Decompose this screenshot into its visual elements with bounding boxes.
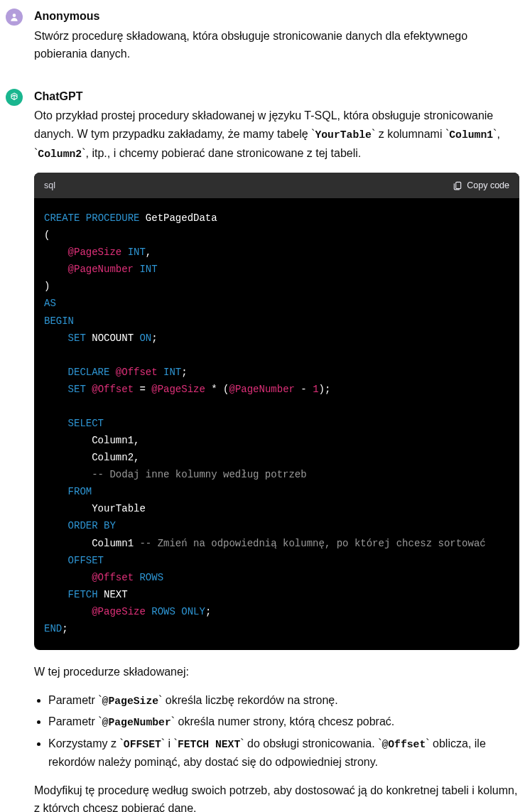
inline-code-table: YourTable [315, 129, 372, 141]
user-avatar [6, 9, 23, 26]
user-author: Anonymous [34, 7, 519, 26]
user-message: Anonymous Stwórz procedurę składowaną, k… [0, 6, 525, 86]
user-content: Anonymous Stwórz procedurę składowaną, k… [34, 7, 519, 73]
inline-code: @Offset [381, 739, 426, 750]
inline-code: @PageNumber [102, 717, 171, 728]
assistant-message: ChatGPT Oto przykład prostej procedury s… [0, 86, 525, 812]
user-prompt: Stwórz procedurę składowaną, która obsłu… [34, 27, 519, 63]
inline-code: FETCH NEXT [178, 739, 240, 750]
clipboard-icon [453, 180, 462, 190]
bullet-list: Parametr `@PageSize` określa liczbę reko… [34, 691, 519, 772]
inline-code: OFFSET [124, 739, 161, 750]
assistant-intro: Oto przykład prostej procedury składowan… [34, 107, 519, 163]
code-header: sql Copy code [34, 173, 519, 198]
intro-text: , itp., i chcemy pobierać dane stronicow… [86, 147, 362, 159]
bullet-item: Korzystamy z `OFFSET` i `FETCH NEXT` do … [48, 735, 519, 772]
code-content[interactable]: CREATE PROCEDURE GetPagedData ( @PageSiz… [34, 198, 519, 650]
inline-code: @PageSize [102, 695, 159, 707]
person-icon [9, 12, 19, 22]
assistant-avatar [6, 89, 23, 106]
svg-rect-1 [456, 182, 461, 188]
inline-code-col1: Column1 [449, 129, 493, 141]
code-lang-label: sql [44, 178, 55, 193]
intro-text: z kolumnami [375, 128, 445, 140]
openai-icon [9, 92, 20, 103]
svg-point-0 [13, 13, 16, 17]
inline-code-col2: Column2 [38, 148, 82, 160]
assistant-author: ChatGPT [34, 87, 519, 106]
bullet-item: Parametr `@PageSize` określa liczbę reko… [48, 691, 519, 710]
bullet-item: Parametr `@PageNumber` określa numer str… [48, 713, 519, 732]
code-block: sql Copy code CREATE PROCEDURE GetPagedD… [34, 173, 519, 650]
copy-label: Copy code [467, 178, 509, 193]
after-code-text: W tej procedurze składowanej: [34, 663, 519, 681]
copy-code-button[interactable]: Copy code [453, 178, 509, 193]
assistant-content: ChatGPT Oto przykład prostej procedury s… [34, 87, 519, 812]
intro-text: , [497, 128, 499, 140]
closing-text: Modyfikuj tę procedurę według swoich pot… [34, 781, 519, 812]
